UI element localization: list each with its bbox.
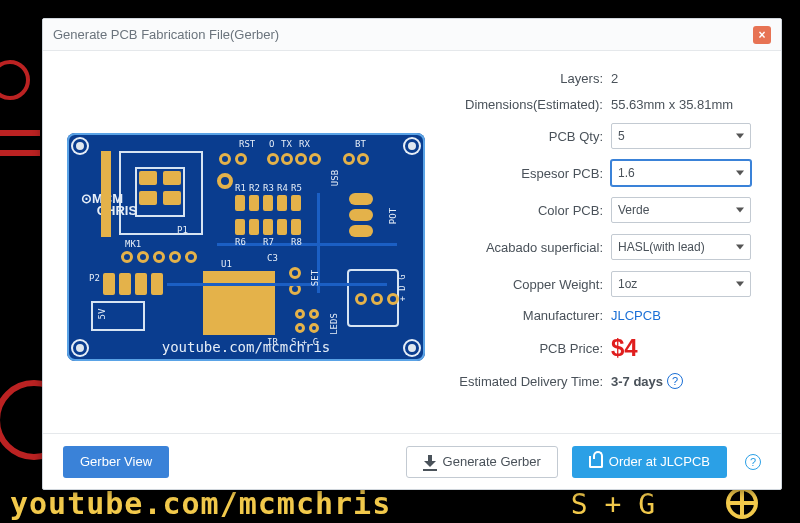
modal-body: ⊙MCM CHRIS bbox=[43, 51, 781, 433]
copper-label: Copper Weight: bbox=[451, 277, 603, 292]
close-button[interactable]: × bbox=[753, 26, 771, 44]
chevron-down-icon bbox=[736, 282, 744, 287]
footer-help-icon[interactable]: ? bbox=[745, 454, 761, 470]
thickness-select[interactable]: 1.6 bbox=[611, 160, 751, 186]
board-url: youtube.com/mcmchris bbox=[67, 339, 425, 355]
modal-title: Generate PCB Fabrication File(Gerber) bbox=[53, 19, 279, 51]
help-icon[interactable]: ? bbox=[667, 373, 683, 389]
gerber-modal: Generate PCB Fabrication File(Gerber) × … bbox=[42, 18, 782, 490]
chevron-down-icon bbox=[736, 171, 744, 176]
modal-footer: Gerber View Generate Gerber Order at JLC… bbox=[43, 433, 781, 489]
cart-icon bbox=[589, 456, 603, 468]
background-origin-icon bbox=[724, 485, 760, 521]
price-value: $4 bbox=[611, 334, 638, 361]
properties-panel: Layers: 2 Dimensions(Estimated): 55.63mm… bbox=[451, 71, 757, 423]
qty-select[interactable]: 5 bbox=[611, 123, 751, 149]
pcb-board: ⊙MCM CHRIS bbox=[67, 133, 425, 361]
background-watermark: youtube.com/mcmchris bbox=[10, 486, 391, 521]
generate-gerber-button[interactable]: Generate Gerber bbox=[406, 446, 558, 478]
chevron-down-icon bbox=[736, 208, 744, 213]
qty-label: PCB Qty: bbox=[451, 129, 603, 144]
thickness-label: Espesor PCB: bbox=[451, 166, 603, 181]
color-select[interactable]: Verde bbox=[611, 197, 751, 223]
eta-value: 3-7 days bbox=[611, 374, 663, 389]
pcb-preview-pane: ⊙MCM CHRIS bbox=[67, 71, 427, 423]
copper-select[interactable]: 1oz bbox=[611, 271, 751, 297]
gerber-view-button[interactable]: Gerber View bbox=[63, 446, 169, 478]
close-icon: × bbox=[758, 19, 765, 51]
eta-label: Estimated Delivery Time: bbox=[451, 374, 603, 389]
chevron-down-icon bbox=[736, 245, 744, 250]
layers-value: 2 bbox=[611, 71, 757, 86]
color-label: Color PCB: bbox=[451, 203, 603, 218]
dimensions-value: 55.63mm x 35.81mm bbox=[611, 97, 757, 112]
chevron-down-icon bbox=[736, 134, 744, 139]
order-jlcpcb-button[interactable]: Order at JLCPCB bbox=[572, 446, 727, 478]
price-label: PCB Price: bbox=[451, 341, 603, 356]
finish-label: Acabado superficial: bbox=[451, 240, 603, 255]
modal-header: Generate PCB Fabrication File(Gerber) × bbox=[43, 19, 781, 51]
background-sg-label: S + G bbox=[571, 488, 655, 521]
manufacturer-label: Manufacturer: bbox=[451, 308, 603, 323]
finish-select[interactable]: HASL(with lead) bbox=[611, 234, 751, 260]
layers-label: Layers: bbox=[451, 71, 603, 86]
manufacturer-link[interactable]: JLCPCB bbox=[611, 308, 661, 323]
dimensions-label: Dimensions(Estimated): bbox=[451, 97, 603, 112]
download-icon bbox=[423, 455, 437, 469]
